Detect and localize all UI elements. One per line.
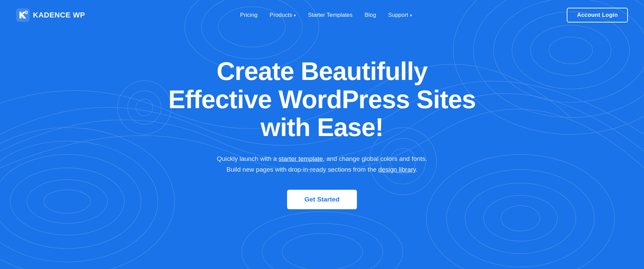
starter-template-link[interactable]: starter template (279, 155, 323, 162)
nav-products[interactable]: Products ▾ (270, 12, 296, 18)
svg-point-31 (26, 12, 27, 13)
nav-support[interactable]: Support ▾ (388, 12, 412, 18)
hero-content: Create Beautifully Effective WordPress S… (0, 30, 644, 229)
navbar-links: Pricing Products ▾ Starter Templates Blo… (240, 12, 412, 18)
svg-point-22 (282, 233, 363, 269)
products-chevron-down-icon: ▾ (294, 13, 296, 18)
hero-subtitle: Quickly launch with a starter template, … (217, 153, 427, 175)
navbar-actions: Account Login (567, 8, 628, 23)
kadence-logo-icon (16, 8, 30, 22)
brand-name: KADENCE WP (33, 11, 85, 19)
nav-pricing[interactable]: Pricing (240, 12, 258, 18)
navbar: KADENCE WP Pricing Products ▾ Starter Te… (0, 0, 644, 30)
hero-section: KADENCE WP Pricing Products ▾ Starter Te… (0, 0, 644, 269)
support-chevron-down-icon: ▾ (410, 13, 412, 18)
design-library-link[interactable]: design library (378, 166, 416, 173)
hero-title: Create Beautifully Effective WordPress S… (163, 57, 481, 141)
account-login-button[interactable]: Account Login (567, 8, 628, 23)
svg-point-21 (262, 223, 383, 269)
navbar-brand: KADENCE WP (16, 8, 85, 22)
nav-starter-templates[interactable]: Starter Templates (308, 12, 353, 18)
nav-blog[interactable]: Blog (365, 12, 376, 18)
get-started-button[interactable]: Get Started (287, 190, 357, 209)
